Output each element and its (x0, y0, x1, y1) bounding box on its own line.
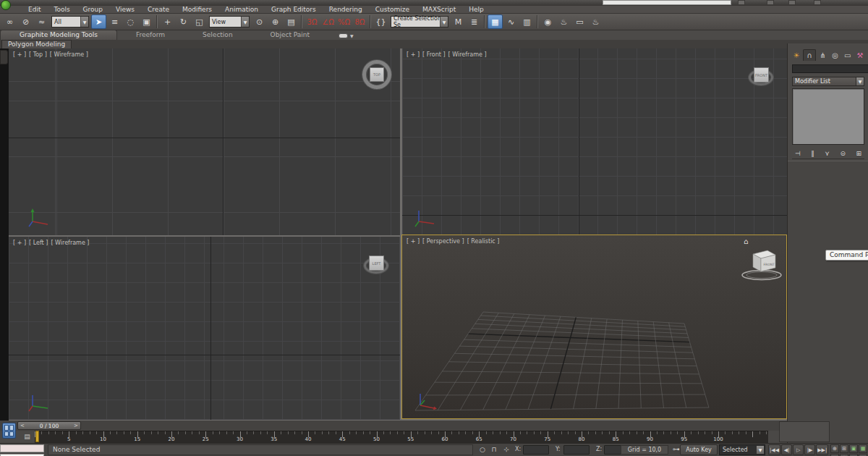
selection-lock-icon[interactable]: ⊓ (489, 445, 499, 455)
viewport-menu-view[interactable]: [ Front ] (422, 51, 446, 58)
align-icon[interactable]: ≣ (467, 14, 482, 29)
viewport-menu-shading[interactable]: [ Wireframe ] (448, 51, 487, 58)
ribbon-tab-freeform[interactable]: Freeform (117, 30, 184, 40)
modifier-stack-list[interactable] (792, 88, 864, 145)
menu-create[interactable]: Create (141, 6, 176, 14)
viewport-menu-shading[interactable]: [ Wireframe ] (50, 51, 88, 58)
viewcube[interactable]: FRONT (748, 64, 775, 90)
unlink-selection-icon[interactable]: ⊘ (18, 14, 33, 29)
zoom-all-icon[interactable]: ⊞ (840, 444, 848, 453)
viewcube[interactable]: LEFT (363, 252, 391, 278)
pin-stack-icon[interactable]: ⊣ (795, 150, 801, 157)
application-button[interactable] (1, 0, 11, 10)
zoom-extents-all-icon[interactable]: ▦ (859, 444, 867, 453)
polygon-modeling-panel-tab[interactable]: Polygon Modeling (1, 40, 72, 48)
edit-named-selection-sets-icon[interactable]: {} (373, 14, 388, 29)
search-input[interactable] (603, 0, 731, 5)
viewport-menu-view[interactable]: [ Perspective ] (422, 238, 464, 245)
modifier-list-dropdown[interactable]: Modifier List ▼ (792, 77, 864, 86)
timeline-current-frame-marker[interactable] (35, 431, 39, 442)
viewport-menu-shading[interactable]: [ Wireframe ] (51, 240, 89, 246)
viewport-menu-plus[interactable]: [ + ] (407, 238, 420, 245)
selection-region-circle-icon[interactable]: ◌ (123, 14, 138, 29)
ribbon-config-button[interactable]: ▼ (339, 33, 354, 40)
menu-maxscript[interactable]: MAXScript (416, 6, 462, 14)
select-and-rotate-icon[interactable]: ↻ (176, 14, 191, 29)
chevron-down-icon[interactable]: ▼ (856, 77, 864, 86)
menu-group[interactable]: Group (77, 6, 109, 14)
select-and-link-icon[interactable]: ∞ (2, 14, 17, 29)
menu-views[interactable]: Views (109, 6, 141, 14)
bind-to-space-warp-icon[interactable]: ≈ (34, 14, 49, 29)
curve-editor-icon[interactable]: ∿ (503, 14, 519, 29)
use-pivot-point-center-icon[interactable]: ⊙ (252, 14, 267, 29)
named-selection-sets-dropdown[interactable]: Create Selection Se▼ (391, 16, 448, 28)
menu-customize[interactable]: Customize (369, 6, 416, 14)
selection-filter-dropdown[interactable]: All▼ (51, 16, 89, 28)
select-object-icon[interactable]: ➤ (91, 14, 106, 29)
remove-modifier-icon[interactable]: ⊝ (840, 150, 846, 157)
select-and-scale-icon[interactable]: ◱ (192, 14, 207, 29)
reference-coordinate-system-dropdown[interactable]: View▼ (209, 16, 250, 28)
viewport-menu-view[interactable]: [ Left ] (29, 240, 48, 246)
viewport-menu-shading[interactable]: [ Realistic ] (467, 238, 500, 245)
command-panel-tab-hierarchy[interactable]: ⋔ (817, 49, 828, 61)
render-setup-icon[interactable]: ♨ (556, 14, 571, 29)
viewcube-3d[interactable]: FRONT (741, 248, 783, 282)
select-and-move-icon[interactable]: + (160, 14, 175, 29)
viewcube-face[interactable]: LEFT (369, 256, 384, 271)
make-unique-icon[interactable]: ⋎ (825, 150, 830, 157)
viewport-front[interactable]: [ + ][ Front ][ Wireframe ] FRONT (402, 48, 788, 235)
viewcube-face[interactable]: FRONT (754, 67, 769, 83)
zoom-extents-icon[interactable]: ▣ (849, 444, 858, 453)
rendered-frame-window-icon[interactable]: ▭ (572, 14, 587, 29)
viewport-menu-plus[interactable]: [ + ] (407, 51, 420, 58)
viewport-menu-plus[interactable]: [ + ] (13, 240, 26, 246)
keyboard-shortcut-override-icon[interactable]: ▤ (284, 14, 299, 29)
angle-snap-toggle-icon[interactable]: ∠Ω (320, 14, 336, 29)
mirror-icon[interactable]: M (451, 14, 466, 29)
window-crossing-icon[interactable]: ▣ (139, 14, 154, 29)
layout-tab[interactable] (0, 50, 8, 64)
x-coordinate-field[interactable] (523, 445, 549, 455)
menu-tools[interactable]: Tools (47, 6, 76, 14)
ribbon-tab-selection[interactable]: Selection (184, 30, 251, 40)
track-bar[interactable] (0, 421, 868, 431)
communication-center-icon[interactable] (767, 0, 774, 5)
command-panel-tab-create[interactable]: ☀ (791, 49, 802, 61)
viewport-menu-plus[interactable]: [ + ] (13, 51, 26, 58)
manage-layers-icon[interactable]: ▦ (488, 14, 503, 29)
y-coordinate-field[interactable] (563, 445, 590, 455)
previous-frame-button[interactable]: ◀| (781, 444, 792, 455)
viewport-layout-button[interactable] (2, 423, 16, 439)
transform-gizmo-icon[interactable]: ⊹ (501, 445, 511, 455)
search-history-icon[interactable] (738, 0, 745, 5)
ribbon-tab-object-paint[interactable]: Object Paint (252, 30, 328, 40)
select-and-manipulate-icon[interactable]: ⊕ (268, 14, 283, 29)
select-by-name-icon[interactable]: ≡ (107, 14, 122, 29)
viewport-perspective[interactable]: [ + ][ Perspective ][ Realistic ] ⌂ FRON… (401, 235, 787, 419)
menu-rendering[interactable]: Rendering (323, 6, 369, 14)
viewport-top[interactable]: [ + ][ Top ][ Wireframe ] TOP (9, 48, 400, 235)
help-icon[interactable] (814, 0, 821, 5)
previous-frame-arrow-icon[interactable]: < (20, 423, 25, 428)
set-keys-icon[interactable]: ⊶ (673, 445, 680, 453)
viewcube[interactable]: TOP (360, 58, 393, 91)
go-to-end-button[interactable]: ▶▶| (816, 444, 828, 455)
command-panel-tab-modify[interactable]: ∩ (803, 49, 816, 61)
viewport-menu-view[interactable]: [ Top ] (29, 51, 47, 58)
schematic-view-icon[interactable]: ▥ (519, 14, 535, 29)
command-panel-tab-motion[interactable]: ◎ (830, 49, 841, 61)
next-frame-arrow-icon[interactable]: > (74, 423, 78, 428)
menu-modifiers[interactable]: Modifiers (176, 6, 218, 14)
menu-graph-editors[interactable]: Graph Editors (265, 6, 323, 14)
timeline-ruler[interactable]: 5101520253035404550556065707580859095100 (35, 431, 768, 443)
favorites-icon[interactable] (788, 0, 796, 5)
show-end-result-icon[interactable]: ‖ (811, 150, 814, 157)
key-filter-dropdown[interactable]: Selected ▼ (719, 444, 765, 455)
home-icon[interactable]: ⌂ (744, 237, 748, 245)
isolate-selection-icon[interactable]: ○ (477, 445, 488, 455)
menu-edit[interactable]: Edit (22, 6, 47, 14)
command-panel-tab-display[interactable]: ▭ (842, 49, 854, 61)
ribbon-tab-graphite-modeling-tools[interactable]: Graphite Modeling Tools (0, 30, 117, 40)
